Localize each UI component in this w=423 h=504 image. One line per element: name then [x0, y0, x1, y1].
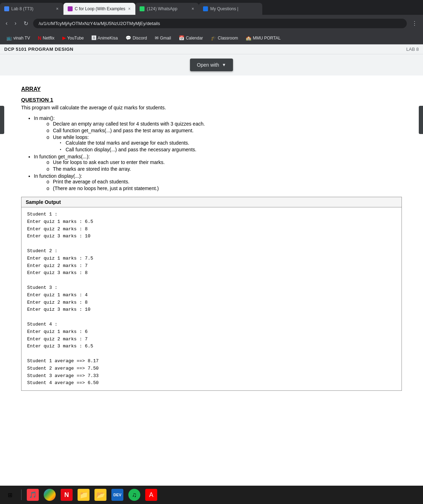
- bookmark-vinahtv[interactable]: 📺 vinah TV: [4, 34, 33, 42]
- tab-close-cforloop[interactable]: ×: [127, 6, 131, 12]
- bookmark-vinahtv-label: vinah TV: [13, 36, 30, 41]
- bookmark-classroom-label: Classroom: [218, 36, 238, 41]
- taskbar-spotify[interactable]: ♫: [127, 488, 141, 502]
- bookmark-youtube-label: YouTube: [67, 36, 84, 41]
- question-title: QUESTION 1: [21, 97, 402, 103]
- bookmark-mmuportal[interactable]: 🏫 MMU PORTAL: [243, 34, 283, 42]
- folder2-icon: 📂: [94, 489, 106, 501]
- bookmarks-bar: 📺 vinah TV N Netflix ▶ YouTube 🅰 AnimeKi…: [0, 32, 423, 44]
- circle-item-3-1: Print the average of each students.: [47, 179, 402, 184]
- bookmark-gmail-label: Gmail: [160, 36, 171, 41]
- discord-icon: 💬: [125, 35, 131, 41]
- back-button[interactable]: ‹: [4, 19, 10, 28]
- square-item-1-1-text: Calculate the total marks and average fo…: [66, 140, 189, 146]
- nav-icons: ⋮: [410, 19, 419, 28]
- circle-item-2-1-text: Use for loops to ask each user to enter …: [53, 159, 165, 165]
- tab-whatsapp[interactable]: (124) WhatsApp ×: [135, 3, 199, 15]
- tab-close-whatsapp[interactable]: ×: [191, 6, 195, 12]
- address-bar[interactable]: /u/1/c/MTcyMjAyOTMxNzY4/a/MjU5NzU2OTMyMj…: [33, 19, 407, 28]
- animekisa-icon: 🅰: [92, 35, 96, 41]
- open-with-button[interactable]: Open with ▼: [190, 59, 233, 71]
- circle-item-3-2: (There are no loops here, just a print s…: [47, 186, 402, 191]
- circle-item-1-1-text: Declare an empty array called test for 4…: [53, 121, 205, 127]
- bullet-main-2-text: In function get_marks(...):: [34, 154, 90, 159]
- bookmark-youtube[interactable]: ▶ YouTube: [60, 34, 87, 42]
- start-button[interactable]: ⊞: [3, 488, 17, 502]
- tab-icon-whatsapp: [140, 6, 145, 11]
- music-icon: 🎵: [27, 489, 39, 501]
- bookmark-animekisa-label: AnimeKisa: [98, 36, 118, 41]
- circle-list-1: Declare an empty array called test for 4…: [34, 121, 402, 152]
- open-with-container: Open with ▼: [0, 54, 423, 75]
- square-list-1: Calculate the total marks and average fo…: [53, 140, 402, 152]
- main-bullet-list: In main(): Declare an empty array called…: [21, 115, 402, 191]
- taskbar-adobe[interactable]: A: [144, 488, 158, 502]
- circle-item-2-2: The marks are stored into the array.: [47, 166, 402, 172]
- bullet-main-3: In function display(...): Print the aver…: [34, 173, 402, 191]
- open-with-label: Open with: [197, 62, 219, 68]
- bookmark-gmail[interactable]: ✉ Gmail: [152, 34, 174, 42]
- taskbar-folder[interactable]: 📁: [76, 488, 91, 502]
- question-description: This program will calculate the average …: [21, 105, 402, 110]
- refresh-button[interactable]: ↻: [22, 19, 30, 28]
- content-area: ARRAY QUESTION 1 This program will calcu…: [0, 75, 423, 499]
- tab-myquestions[interactable]: My Questions |: [199, 3, 262, 15]
- adobe-icon: A: [145, 489, 157, 501]
- circle-item-2-2-text: The marks are stored into the array.: [53, 166, 131, 172]
- start-icon: ⊞: [8, 492, 12, 498]
- tab-cforloop[interactable]: C for Loop (With Examples ×: [63, 3, 135, 15]
- folder-icon: 📁: [78, 489, 90, 501]
- taskbar-dev[interactable]: DEV: [110, 488, 124, 502]
- taskbar-folder2[interactable]: 📂: [93, 488, 108, 502]
- vinahtv-icon: 📺: [6, 35, 12, 41]
- tab-close-lab8[interactable]: ×: [55, 6, 59, 12]
- bookmark-animekisa[interactable]: 🅰 AnimeKisa: [89, 34, 121, 42]
- circle-item-1-2-text: Call function get_marks(...) and pass th…: [53, 128, 194, 133]
- taskbar-divider-1: [21, 490, 22, 500]
- circle-item-1-3-text: Use while loops:: [53, 134, 89, 140]
- bullet-main-3-text: In function display(...):: [34, 173, 82, 179]
- bullet-main-text: In main():: [34, 115, 55, 121]
- tab-label-whatsapp: (124) WhatsApp: [147, 6, 189, 11]
- extensions-button[interactable]: ⋮: [410, 19, 419, 28]
- sample-output-header: Sample Output: [22, 197, 401, 207]
- bookmark-calendar-label: Calendar: [186, 36, 203, 41]
- taskbar-netflix[interactable]: N: [60, 488, 74, 502]
- tab-icon-lab8: [4, 6, 9, 11]
- bookmark-discord-label: Discord: [133, 36, 147, 41]
- nav-bar: ‹ › ↻ /u/1/c/MTcyMjAyOTMxNzY4/a/MjU5NzU2…: [0, 15, 423, 32]
- right-scroll-edge: [419, 106, 423, 134]
- square-item-1-1: Calculate the total marks and average fo…: [60, 140, 402, 146]
- page-header-title: DCP 5101 PROGRAM DESIGN: [4, 47, 73, 52]
- circle-item-2-1: Use for loops to ask each user to enter …: [47, 159, 402, 165]
- taskbar-music[interactable]: 🎵: [26, 488, 40, 502]
- tab-icon-myquestions: [203, 6, 208, 11]
- bullet-main: In main(): Declare an empty array called…: [34, 115, 402, 152]
- circle-item-3-2-text: (There are no loops here, just a print s…: [53, 186, 159, 191]
- sample-output-box: Sample Output Student 1 : Enter quiz 1 m…: [21, 197, 402, 391]
- tab-lab8[interactable]: Lab 8 (TT3) ×: [0, 3, 63, 15]
- mmuportal-icon: 🏫: [246, 35, 251, 41]
- chrome-icon: [44, 489, 56, 501]
- taskbar: ⊞ 🎵 N 📁 📂 DEV ♫ A: [0, 486, 423, 504]
- circle-list-3: Print the average of each students. (The…: [34, 179, 402, 191]
- tab-label-myquestions: My Questions |: [210, 6, 258, 11]
- square-item-1-2-text: Call function display(...) and pass the …: [66, 147, 196, 152]
- tab-label-cforloop: C for Loop (With Examples: [75, 6, 125, 11]
- tab-label-lab8: Lab 8 (TT3): [11, 6, 53, 11]
- bookmark-calendar[interactable]: 📅 Calendar: [176, 34, 206, 42]
- browser-chrome: Lab 8 (TT3) × C for Loop (With Examples …: [0, 0, 423, 44]
- bookmark-classroom[interactable]: 🎓 Classroom: [208, 34, 241, 42]
- youtube-icon: ▶: [62, 35, 66, 41]
- section-title: ARRAY: [21, 86, 402, 92]
- gmail-icon: ✉: [155, 35, 159, 41]
- spotify-icon: ♫: [128, 489, 140, 501]
- bookmark-netflix[interactable]: N Netflix: [35, 34, 57, 42]
- taskbar-chrome[interactable]: [43, 488, 57, 502]
- classroom-icon: 🎓: [211, 35, 216, 41]
- bullet-main-2: In function get_marks(...): Use for loop…: [34, 154, 402, 172]
- page-header: DCP 5101 PROGRAM DESIGN LAB 8: [0, 44, 423, 54]
- page-header-lab: LAB 8: [406, 47, 419, 52]
- bookmark-discord[interactable]: 💬 Discord: [123, 34, 150, 42]
- forward-button[interactable]: ›: [12, 19, 18, 28]
